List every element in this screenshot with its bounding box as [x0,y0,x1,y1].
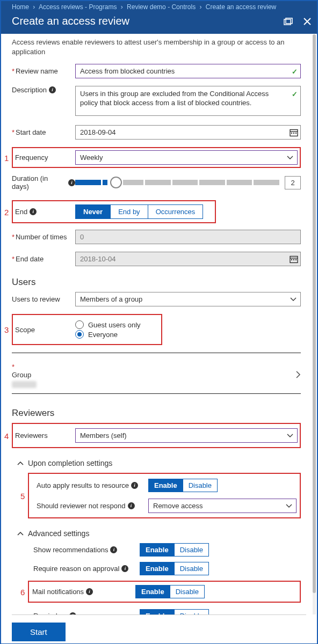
label-users-to-review: Users to review [12,295,75,303]
section-upon-completion[interactable]: Upon completion settings [17,459,301,467]
auto-apply-enable[interactable]: Enable [149,479,183,492]
require-reason-enable[interactable]: Enable [140,562,175,575]
scope-guest-option[interactable]: Guest users only [75,320,159,329]
bottom-bar: Start [1,614,317,643]
advanced-label: Advanced settings [28,529,89,538]
upon-completion-label: Upon completion settings [28,459,112,467]
duration-slider[interactable] [75,177,279,188]
end-toggle-group: Never End by Occurrences [75,204,203,219]
group-value-redacted [12,381,37,388]
callout-mail: 6 Mail notifications i Enable Disable [28,581,301,603]
label-end: End i [15,208,75,216]
label-auto-apply: Auto apply results to resource i [37,481,143,489]
group-picker[interactable]: Group [12,358,301,394]
duration-value[interactable]: 2 [285,176,301,189]
callout-scope: 3 Scope Guest users only Everyone [12,314,162,345]
label-start-date: Start date [12,128,75,136]
label-mail-notif: Mail notifications i [32,588,135,596]
crumb-current: Create an access review [206,3,276,11]
breadcrumb: Home › Access reviews - Programs › Revie… [1,1,317,12]
chevron-right-icon: › [33,3,35,11]
require-reason-toggle: Enable Disable [140,562,209,575]
label-reviewers: Reviewers [15,431,75,440]
restore-window-icon[interactable] [284,18,293,25]
label-require-reason: Require reason on approval i [33,565,140,573]
chevron-right-icon: › [199,3,201,11]
number-of-times-input [75,230,301,244]
frequency-select[interactable]: Weekly [75,150,298,165]
section-advanced[interactable]: Advanced settings [17,529,301,538]
reviewers-select[interactable]: Members (self) [75,428,298,443]
mail-notif-enable[interactable]: Enable [136,586,170,598]
info-icon[interactable]: i [110,546,117,553]
radio-icon [75,320,84,329]
show-reco-toggle: Enable Disable [140,543,209,557]
svg-rect-11 [291,259,292,260]
callout-2: 2 [4,207,9,216]
crumb-home[interactable]: Home [12,3,29,11]
label-frequency: Frequency [15,153,75,162]
check-icon: ✓ [292,90,298,98]
info-icon[interactable]: i [49,86,56,93]
callout-completion: 5 Auto apply results to resource i Enabl… [28,473,301,518]
callout-end: 2 End i Never End by Occurrences [12,200,216,223]
svg-rect-13 [295,259,297,260]
end-endby-button[interactable]: End by [111,205,148,218]
show-reco-enable[interactable]: Enable [140,544,175,556]
end-occurrences-button[interactable]: Occurrences [148,205,203,218]
scrollbar[interactable] [313,34,316,641]
auto-apply-disable[interactable]: Disable [183,479,217,492]
scrollbar-thumb[interactable] [313,34,316,593]
divider [12,353,301,353]
info-icon[interactable]: i [86,588,93,595]
blade-titlebar: Create an access review [1,12,317,34]
slider-thumb[interactable] [110,177,122,188]
check-icon: ✓ [292,67,298,75]
start-button[interactable]: Start [12,623,66,641]
calendar-icon[interactable] [288,128,299,137]
end-never-button[interactable]: Never [76,205,111,218]
scope-guest-label: Guest users only [88,321,141,329]
intro-text: Access reviews enable reviewers to attes… [12,38,301,56]
crumb-controls[interactable]: Review demo - Controls [127,3,196,11]
end-date-input [75,252,301,266]
crumb-programs[interactable]: Access reviews - Programs [39,3,117,11]
info-icon[interactable]: i [30,208,37,215]
label-end-date: End date [12,255,75,263]
callout-4: 4 [4,431,9,440]
label-number-of-times: Number of times [12,233,75,241]
users-to-review-select[interactable]: Members of a group [75,292,301,306]
section-users: Users [12,277,301,288]
auto-apply-toggle: Enable Disable [148,479,218,492]
description-input[interactable]: Users in this group are excluded from th… [75,86,301,116]
scope-everyone-option[interactable]: Everyone [75,330,159,339]
svg-rect-8 [295,133,297,134]
chevron-up-icon [17,529,24,538]
show-reco-disable[interactable]: Disable [175,544,208,556]
svg-rect-6 [291,133,292,134]
info-icon[interactable]: i [121,565,128,572]
review-name-input[interactable] [75,64,301,78]
callout-3: 3 [4,325,9,334]
label-group: Group [12,371,31,379]
callout-reviewers: 4 Reviewers Members (self) [12,423,301,448]
radio-icon [75,330,84,339]
info-icon[interactable]: i [128,502,135,509]
start-date-input[interactable] [75,125,301,140]
not-respond-select[interactable]: Remove access [148,499,297,513]
require-reason-disable[interactable]: Disable [175,562,208,575]
mail-notif-disable[interactable]: Disable [170,586,204,598]
label-description: Description i [12,86,75,94]
chevron-right-icon [295,370,301,380]
mail-notif-toggle: Enable Disable [135,585,205,598]
info-icon[interactable]: i [68,179,75,186]
label-duration: Duration (in days) i [12,174,75,191]
close-icon[interactable] [303,17,312,26]
label-not-respond: Should reviewer not respond i [37,502,143,510]
label-show-reco: Show recommendations i [33,546,140,554]
page-title: Create an access review [12,15,276,27]
svg-rect-7 [293,133,294,134]
label-scope: Scope [15,326,75,334]
info-icon[interactable]: i [131,482,138,489]
callout-1: 1 [4,153,9,162]
